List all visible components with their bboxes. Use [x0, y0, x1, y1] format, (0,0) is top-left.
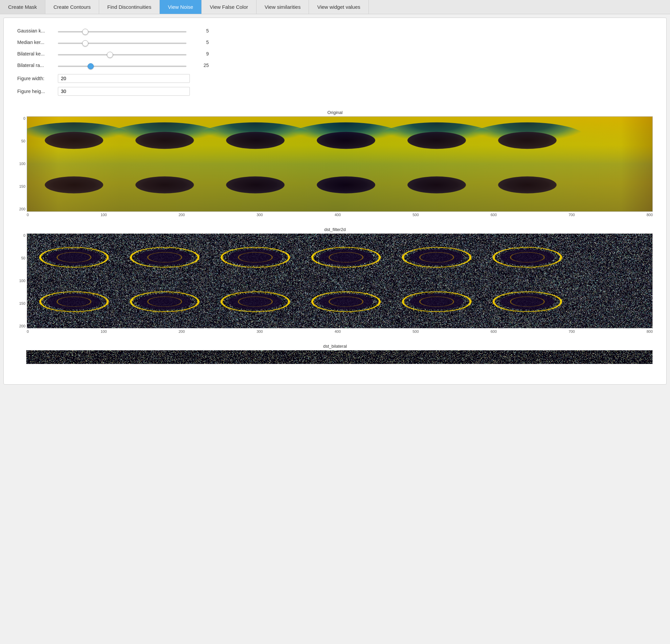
gaussian-kernel-label: Gaussian k...: [17, 28, 58, 33]
figure-height-row: Figure heig...: [17, 87, 653, 96]
bilateral-canvas: [26, 350, 653, 364]
bilateral-range-value: 25: [192, 63, 209, 68]
visualization-area: Original 0 50 100 150 200 0 100 200 300: [11, 107, 659, 378]
filter2d-y-150: 150: [17, 301, 25, 305]
bilateral-kernel-value: 9: [192, 51, 209, 56]
original-x-700: 700: [568, 213, 575, 217]
gaussian-kernel-row: Gaussian k... 5: [17, 28, 653, 33]
figure-width-input[interactable]: [58, 74, 190, 83]
filter2d-canvas: [27, 233, 653, 329]
tab-view-widget-values[interactable]: View widget values: [309, 0, 368, 14]
gaussian-kernel-slider-container: [58, 28, 186, 33]
original-chart-title: Original: [17, 110, 653, 115]
filter2d-x-400: 400: [335, 329, 341, 333]
original-y-200: 200: [17, 207, 25, 211]
filter2d-chart-container: dst_filter2d 0 50 100 150 200 0 100 200 …: [17, 227, 653, 334]
original-y-150: 150: [17, 184, 25, 188]
bilateral-kernel-row: Bilateral ke... 9: [17, 51, 653, 56]
main-content: Gaussian k... 5 Median ker... 5 Bilatera…: [3, 17, 667, 385]
filter2d-x-100: 100: [100, 329, 107, 333]
bilateral-kernel-slider[interactable]: [58, 54, 186, 55]
figure-height-label: Figure heig...: [17, 88, 58, 94]
bilateral-chart-title: dst_bilateral: [17, 344, 653, 349]
figure-width-label: Figure width:: [17, 76, 58, 81]
bilateral-chart-container: dst_bilateral: [17, 344, 653, 364]
filter2d-y-0: 0: [17, 233, 25, 237]
median-kernel-slider[interactable]: [58, 43, 186, 44]
original-x-200: 200: [179, 213, 185, 217]
filter2d-x-800: 800: [647, 329, 653, 333]
bilateral-kernel-label: Bilateral ke...: [17, 51, 58, 56]
median-kernel-value: 5: [192, 40, 209, 45]
original-y-50: 50: [17, 139, 25, 143]
original-x-100: 100: [100, 213, 107, 217]
bilateral-kernel-slider-container: [58, 51, 186, 56]
median-kernel-row: Median ker... 5: [17, 40, 653, 45]
original-x-0: 0: [27, 213, 29, 217]
original-canvas: [27, 117, 653, 212]
figure-height-input[interactable]: [58, 87, 190, 96]
bilateral-range-row: Bilateral ra... 25: [17, 63, 653, 68]
filter2d-x-300: 300: [256, 329, 263, 333]
original-x-300: 300: [256, 213, 263, 217]
filter2d-x-0: 0: [27, 329, 29, 333]
gaussian-kernel-slider[interactable]: [58, 31, 186, 32]
gaussian-kernel-value: 5: [192, 28, 209, 33]
tab-create-contours[interactable]: Create Contours: [45, 0, 99, 14]
tab-bar: Create Mask Create Contours Find Discont…: [0, 0, 670, 14]
median-kernel-label: Median ker...: [17, 40, 58, 45]
controls-section: Gaussian k... 5 Median ker... 5 Bilatera…: [11, 25, 659, 107]
filter2d-x-700: 700: [568, 329, 575, 333]
median-kernel-slider-container: [58, 40, 186, 45]
tab-view-similarities[interactable]: View similarities: [256, 0, 309, 14]
bilateral-range-label: Bilateral ra...: [17, 63, 58, 68]
tab-create-mask[interactable]: Create Mask: [0, 0, 45, 14]
original-chart-container: Original 0 50 100 150 200 0 100 200 300: [17, 110, 653, 217]
filter2d-x-200: 200: [179, 329, 185, 333]
filter2d-chart-title: dst_filter2d: [17, 227, 653, 232]
original-x-500: 500: [413, 213, 419, 217]
figure-width-row: Figure width:: [17, 74, 653, 83]
filter2d-y-100: 100: [17, 279, 25, 283]
bilateral-range-slider[interactable]: [58, 66, 186, 67]
original-x-400: 400: [335, 213, 341, 217]
original-y-100: 100: [17, 162, 25, 166]
filter2d-x-600: 600: [491, 329, 497, 333]
tab-find-discontinuities[interactable]: Find Discontinuities: [99, 0, 160, 14]
filter2d-y-200: 200: [17, 324, 25, 328]
original-x-600: 600: [491, 213, 497, 217]
tab-view-noise[interactable]: View Noise: [160, 0, 202, 14]
bilateral-range-slider-container: [58, 63, 186, 68]
tab-view-false-color[interactable]: View False Color: [202, 0, 256, 14]
original-x-800: 800: [647, 213, 653, 217]
original-y-0: 0: [17, 117, 25, 120]
filter2d-x-500: 500: [413, 329, 419, 333]
filter2d-y-50: 50: [17, 256, 25, 260]
